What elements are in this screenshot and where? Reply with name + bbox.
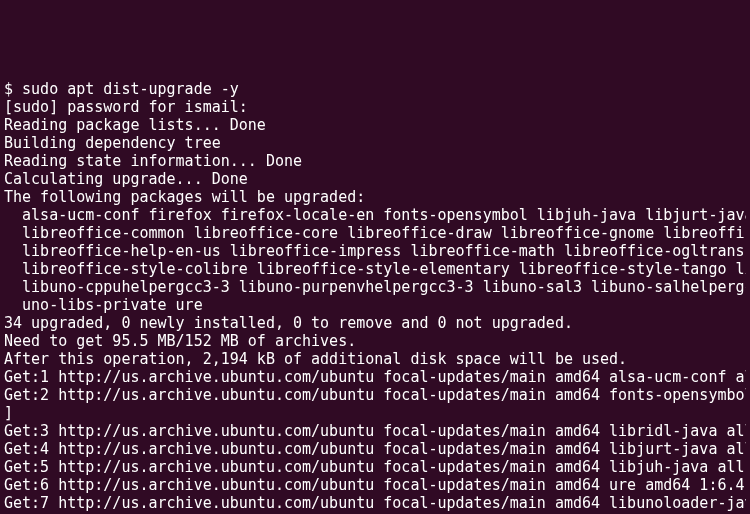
- terminal-line: Reading state information... Done: [4, 152, 746, 170]
- terminal-line: libreoffice-style-colibre libreoffice-st…: [4, 260, 746, 278]
- terminal-line: ]: [4, 404, 746, 422]
- terminal-line: alsa-ucm-conf firefox firefox-locale-en …: [4, 206, 746, 224]
- terminal-line: Get:5 http://us.archive.ubuntu.com/ubunt…: [4, 458, 746, 476]
- terminal-line: The following packages will be upgraded:: [4, 188, 746, 206]
- terminal-line: Get:2 http://us.archive.ubuntu.com/ubunt…: [4, 386, 746, 404]
- terminal-line: Need to get 95.5 MB/152 MB of archives.: [4, 332, 746, 350]
- terminal-line: [sudo] password for ismail:: [4, 98, 746, 116]
- terminal-line: $ sudo apt dist-upgrade -y: [4, 80, 746, 98]
- terminal-line: Get:4 http://us.archive.ubuntu.com/ubunt…: [4, 440, 746, 458]
- terminal-line: 34 upgraded, 0 newly installed, 0 to rem…: [4, 314, 746, 332]
- terminal-line: libreoffice-help-en-us libreoffice-impre…: [4, 242, 746, 260]
- terminal-line: Get:7 http://us.archive.ubuntu.com/ubunt…: [4, 494, 746, 512]
- terminal-line: Building dependency tree: [4, 134, 746, 152]
- terminal-line: Get:3 http://us.archive.ubuntu.com/ubunt…: [4, 422, 746, 440]
- terminal-line: Get:1 http://us.archive.ubuntu.com/ubunt…: [4, 368, 746, 386]
- terminal-line: After this operation, 2,194 kB of additi…: [4, 350, 746, 368]
- terminal-output[interactable]: $ sudo apt dist-upgrade -y[sudo] passwor…: [4, 80, 746, 514]
- terminal-line: Reading package lists... Done: [4, 116, 746, 134]
- terminal-line: libreoffice-common libreoffice-core libr…: [4, 224, 746, 242]
- terminal-line: libuno-cppuhelpergcc3-3 libuno-purpenvhe…: [4, 278, 746, 296]
- terminal-line: uno-libs-private ure: [4, 296, 746, 314]
- terminal-line: Calculating upgrade... Done: [4, 170, 746, 188]
- terminal-line: Get:6 http://us.archive.ubuntu.com/ubunt…: [4, 476, 746, 494]
